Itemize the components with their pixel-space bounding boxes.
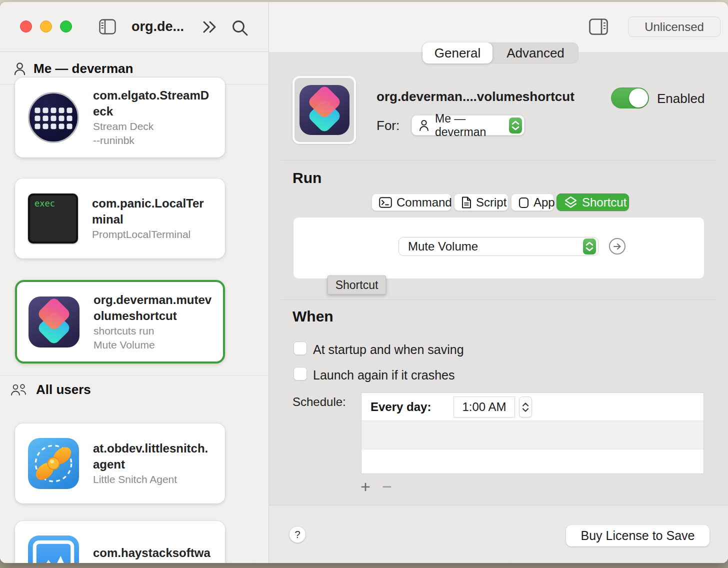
minimize-window-button[interactable] bbox=[40, 20, 52, 32]
when-heading: When bbox=[292, 308, 334, 325]
dropdown-stepper-icon bbox=[583, 238, 596, 254]
list-item-localterminal[interactable]: exec com.panic.LocalTerminal PromptLocal… bbox=[15, 178, 225, 258]
shortcut-tooltip: Shortcut bbox=[328, 276, 386, 294]
section-divider bbox=[0, 375, 268, 376]
schedule-row[interactable]: Every day: 1:00 AM bbox=[362, 393, 704, 421]
unlicensed-button[interactable]: Unlicensed bbox=[628, 16, 720, 37]
all-users-section-header: All users bbox=[9, 382, 278, 398]
run-mode-shortcut[interactable]: Shortcut bbox=[556, 194, 629, 211]
streamdeck-app-icon bbox=[28, 92, 79, 143]
relaunch-checkbox[interactable] bbox=[294, 367, 307, 380]
agent-subtitle: PromptLocalTerminal bbox=[92, 228, 212, 242]
schedule-label: Schedule: bbox=[292, 395, 346, 409]
agent-id: org.deverman.mutevolumeshortcut bbox=[94, 292, 214, 324]
schedule-empty-row bbox=[362, 421, 704, 450]
agent-subtitle: Little Snitch Agent bbox=[93, 472, 213, 486]
tab-general[interactable]: General bbox=[422, 42, 492, 64]
schedule-remove-button[interactable]: − bbox=[382, 478, 392, 495]
buy-license-button[interactable]: Buy License to Save bbox=[566, 525, 710, 546]
app-window: org.de... Me — deverman bbox=[0, 2, 728, 563]
all-users-section-label: All users bbox=[36, 382, 91, 398]
schedule-add-button[interactable]: + bbox=[360, 478, 370, 495]
agent-subtitle: Stream Deck bbox=[93, 120, 213, 134]
run-mode-app[interactable]: App bbox=[511, 194, 554, 211]
shortcuts-app-icon bbox=[300, 85, 350, 135]
shortcut-picker-dropdown[interactable]: Mute Volume bbox=[398, 237, 598, 256]
enabled-toggle[interactable] bbox=[611, 88, 649, 108]
open-shortcut-button[interactable] bbox=[609, 238, 626, 254]
titlebar-divider bbox=[0, 52, 268, 52]
startup-checkbox-label: At startup and when saving bbox=[313, 342, 464, 357]
list-item-mutevolumeshortcut[interactable]: org.deverman.mutevolumeshortcut shortcut… bbox=[15, 280, 225, 364]
dropdown-stepper-icon bbox=[509, 118, 522, 134]
arqmonitor-app-icon bbox=[28, 536, 79, 563]
when-section-divider bbox=[280, 300, 716, 300]
title-overflow-chevron-icon[interactable] bbox=[200, 20, 219, 34]
window-title: org.de... bbox=[132, 19, 184, 34]
me-section-header: Me — deverman bbox=[13, 61, 282, 76]
command-icon bbox=[379, 197, 392, 208]
tab-bar: General Advanced bbox=[422, 42, 578, 64]
list-item-streamdeck[interactable]: com.elgato.StreamDeck Stream Deck --runi… bbox=[15, 78, 225, 158]
enabled-label: Enabled bbox=[657, 91, 704, 106]
agent-subtitle: --runinbk bbox=[93, 134, 213, 148]
person-icon bbox=[13, 62, 26, 76]
sidebar: org.de... Me — deverman bbox=[0, 2, 268, 563]
person-icon bbox=[418, 119, 430, 132]
agent-id: com.elgato.StreamDeck bbox=[93, 88, 213, 120]
sidebar-toggle-icon[interactable] bbox=[99, 19, 116, 34]
time-stepper[interactable] bbox=[519, 396, 532, 418]
list-item-arqmonitor[interactable]: com.haystacksoftware.ArqMonitor bbox=[15, 521, 225, 563]
agent-subtitle: shortcuts run bbox=[94, 324, 214, 338]
for-label: For: bbox=[376, 118, 400, 134]
shortcut-picker-value: Mute Volume bbox=[408, 240, 583, 254]
people-icon bbox=[9, 382, 29, 398]
zoom-window-button[interactable] bbox=[60, 20, 72, 32]
agent-icon-well bbox=[292, 76, 356, 144]
relaunch-checkbox-label: Launch again if it crashes bbox=[313, 368, 455, 382]
sidebar-divider bbox=[268, 2, 269, 563]
tab-advanced[interactable]: Advanced bbox=[492, 42, 578, 64]
app-icon bbox=[518, 196, 529, 208]
agent-id: com.haystacksoftware.ArqMonitor bbox=[93, 545, 213, 563]
schedule-table[interactable]: Every day: 1:00 AM bbox=[361, 392, 704, 474]
run-mode-command[interactable]: Command bbox=[372, 194, 452, 211]
me-section-label: Me — deverman bbox=[34, 61, 133, 76]
agent-subtitle: Mute Volume bbox=[94, 338, 214, 352]
for-user-value: Me — deverman bbox=[435, 112, 509, 139]
run-section-divider bbox=[280, 160, 716, 160]
search-icon[interactable] bbox=[230, 18, 250, 38]
inspector-toggle-icon[interactable] bbox=[589, 18, 608, 35]
shortcut-icon bbox=[564, 196, 578, 209]
startup-checkbox[interactable] bbox=[294, 342, 307, 355]
arrow-right-icon bbox=[613, 242, 622, 250]
littlesnitch-app-icon bbox=[28, 438, 79, 489]
shortcuts-app-icon bbox=[28, 296, 80, 348]
terminal-app-icon: exec bbox=[28, 194, 78, 244]
script-icon bbox=[462, 196, 472, 208]
schedule-frequency: Every day: bbox=[370, 400, 431, 414]
list-item-littlesnitch[interactable]: at.obdev.littlesnitch.agent Little Snitc… bbox=[15, 424, 225, 504]
agent-title: org.deverman....volumeshortcut bbox=[376, 89, 574, 104]
schedule-time-field[interactable]: 1:00 AM bbox=[454, 396, 515, 418]
help-button[interactable]: ? bbox=[289, 526, 306, 543]
run-heading: Run bbox=[292, 170, 322, 186]
agent-id: at.obdev.littlesnitch.agent bbox=[93, 440, 213, 472]
agent-id: com.panic.LocalTerminal bbox=[92, 196, 212, 228]
run-mode-script[interactable]: Script bbox=[454, 194, 508, 211]
close-window-button[interactable] bbox=[20, 20, 32, 32]
for-user-dropdown[interactable]: Me — deverman bbox=[412, 115, 524, 136]
